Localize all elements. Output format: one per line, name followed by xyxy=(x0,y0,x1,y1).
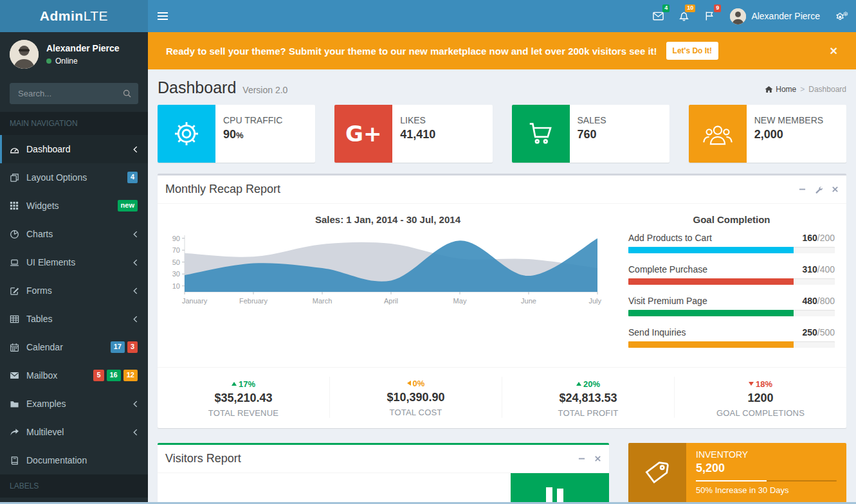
bottom-row: Visitors Report xyxy=(158,443,846,504)
sidebar-item-examples[interactable]: Examples xyxy=(0,390,148,418)
marketplace-banner: Ready to sell your theme? Submit your th… xyxy=(148,32,856,69)
user-menu[interactable]: Alexander Pierce xyxy=(722,0,828,32)
wrench-icon xyxy=(815,186,823,194)
inventory-description: 50% Increase in 30 Days xyxy=(696,485,837,495)
sidebar-item-tables[interactable]: Tables xyxy=(0,305,148,333)
svg-text:30: 30 xyxy=(172,270,180,278)
info-box-label: SALES xyxy=(578,115,606,125)
content-header: Dashboard Version 2.0 Home > Dashboard xyxy=(148,69,856,104)
progress-track xyxy=(628,341,835,348)
close-icon[interactable]: ✕ xyxy=(830,45,838,57)
close-icon xyxy=(832,186,839,193)
close-button[interactable] xyxy=(594,455,601,462)
svg-text:April: April xyxy=(384,297,398,305)
users-icon xyxy=(689,105,747,163)
sidebar-item-mailbox[interactable]: Mailbox 5 16 12 xyxy=(0,361,148,390)
info-box-sales: SALES 760 xyxy=(512,105,669,163)
sidebar-item-documentation[interactable]: Documentation xyxy=(0,446,148,474)
stat-total-cost: 0% $10,390.90 TOTAL COST xyxy=(330,377,502,418)
gears-icon xyxy=(835,11,848,22)
cart-icon xyxy=(512,105,570,163)
chevron-left-icon xyxy=(133,287,138,294)
stat-goal-completions: 18% 1200 GOAL COMPLETIONS xyxy=(675,377,846,418)
collapse-button[interactable] xyxy=(578,455,585,462)
close-button[interactable] xyxy=(832,186,839,193)
badge: 17 xyxy=(111,341,125,352)
progress-group: Visit Premium Page480/800 xyxy=(628,296,835,316)
info-box-label: NEW MEMBERS xyxy=(754,115,823,125)
dashboard-icon xyxy=(10,145,26,154)
navbar: 4 10 9 Alexander Pierce xyxy=(148,0,856,32)
book-icon xyxy=(10,456,26,465)
notifications-menu[interactable]: 10 xyxy=(671,0,697,32)
progress-track xyxy=(628,278,835,285)
app-window: AdminLTE 4 10 9 xyxy=(0,0,856,504)
sidebar-item-charts[interactable]: Charts xyxy=(0,220,148,248)
messages-badge: 4 xyxy=(662,4,669,12)
navbar-right: 4 10 9 Alexander Pierce xyxy=(645,0,856,32)
bell-icon xyxy=(679,11,689,21)
inventory-progress-track xyxy=(696,480,837,482)
settings-button[interactable] xyxy=(815,186,823,194)
visitors-sparkline-block xyxy=(511,473,609,504)
stat-total-profit: 20% $24,813.53 TOTAL PROFIT xyxy=(502,377,675,418)
search-button[interactable] xyxy=(118,86,136,101)
main-header: AdminLTE 4 10 9 xyxy=(0,0,856,32)
panel-header: Visitors Report xyxy=(158,445,609,473)
badge: 4 xyxy=(127,172,138,183)
badge: 3 xyxy=(127,341,138,352)
envelope-icon xyxy=(653,12,664,21)
avatar xyxy=(730,8,746,24)
breadcrumb-home-link[interactable]: Home xyxy=(765,85,796,94)
info-box-cpu-traffic: CPU TRAFFIC 90% xyxy=(158,105,315,163)
sidebar-item-multilevel[interactable]: Multilevel xyxy=(0,418,148,446)
avatar xyxy=(10,40,39,69)
sidebar-item-dashboard[interactable]: Dashboard xyxy=(0,135,148,163)
control-sidebar-button[interactable] xyxy=(828,0,856,32)
tag-icon xyxy=(628,443,686,503)
info-box-value: 90% xyxy=(223,128,282,141)
notifications-badge: 10 xyxy=(685,4,695,12)
page-title: Dashboard xyxy=(158,78,236,97)
visitors-report-panel: Visitors Report xyxy=(158,443,609,504)
svg-text:March: March xyxy=(313,297,332,305)
inventory-progress-bar xyxy=(696,480,767,482)
chevron-left-icon xyxy=(133,401,138,408)
progress-group: Complete Purchase310/400 xyxy=(628,264,835,285)
info-box-value: 41,410 xyxy=(400,128,435,141)
tasks-menu[interactable]: 9 xyxy=(697,0,722,32)
breadcrumb-current: Dashboard xyxy=(808,85,846,94)
sidebar-item-ui-elements[interactable]: UI Elements xyxy=(0,248,148,276)
folder-icon xyxy=(10,400,26,408)
sidebar-section-header: LABELS xyxy=(0,474,148,498)
panel-header: Monthly Recap Report xyxy=(158,176,846,204)
badge: 5 xyxy=(93,370,104,381)
badge: 12 xyxy=(123,370,138,381)
progress-group: Add Products to Cart160/200 xyxy=(628,233,835,253)
svg-text:July: July xyxy=(588,297,601,305)
sidebar-toggle-button[interactable] xyxy=(148,0,177,32)
chevron-left-icon xyxy=(133,146,138,153)
sidebar-user-panel: Alexander Pierce Online xyxy=(0,32,148,76)
sidebar-section-header: MAIN NAVIGATION xyxy=(0,112,148,135)
sidebar: Alexander Pierce Online MAIN NAVIGATION … xyxy=(0,32,148,504)
table-icon xyxy=(10,314,26,324)
info-box-value: 760 xyxy=(578,128,606,141)
sidebar-item-calendar[interactable]: Calendar 17 3 xyxy=(0,333,148,361)
info-box-label: CPU TRAFFIC xyxy=(223,115,282,125)
mail-icon xyxy=(10,372,26,379)
messages-menu[interactable]: 4 xyxy=(645,0,671,32)
close-icon xyxy=(594,455,601,462)
inventory-info-box: INVENTORY 5,200 50% Increase in 30 Days xyxy=(628,443,846,503)
lets-do-it-button[interactable]: Let's Do It! xyxy=(666,42,719,60)
sidebar-item-layout-options[interactable]: Layout Options 4 xyxy=(0,163,148,192)
sidebar-item-widgets[interactable]: Widgets new xyxy=(0,192,148,220)
svg-text:June: June xyxy=(521,297,536,305)
home-icon xyxy=(765,86,773,93)
logo[interactable]: AdminLTE xyxy=(0,0,148,32)
sidebar-item-forms[interactable]: Forms xyxy=(0,276,148,305)
svg-text:90: 90 xyxy=(172,235,180,242)
collapse-button[interactable] xyxy=(799,186,806,193)
minus-icon xyxy=(799,186,806,193)
inventory-value: 5,200 xyxy=(696,462,837,475)
